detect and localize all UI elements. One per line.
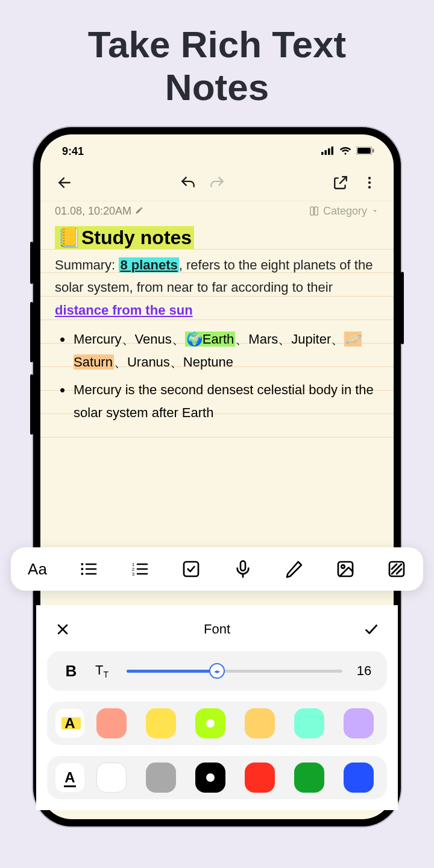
highlight-swatch[interactable] <box>344 708 374 738</box>
svg-rect-5 <box>357 148 371 154</box>
highlight-swatch[interactable] <box>146 708 176 738</box>
svg-line-34 <box>397 569 401 574</box>
highlight-swatch[interactable] <box>96 708 127 738</box>
text-color-swatch[interactable] <box>245 763 275 793</box>
text-color-swatch[interactable] <box>96 763 127 793</box>
note-summary[interactable]: Summary: 8 planets, refers to the eight … <box>55 254 379 322</box>
svg-line-32 <box>392 564 401 574</box>
note-title[interactable]: 📒Study notes <box>55 226 194 249</box>
font-size-slider[interactable]: ◂▸ <box>127 664 342 678</box>
background-tool[interactable] <box>383 556 410 582</box>
more-button[interactable] <box>357 171 382 195</box>
wifi-icon <box>339 146 351 157</box>
svg-rect-2 <box>328 148 330 155</box>
status-bar: 9:41 <box>40 134 394 165</box>
redo-button[interactable] <box>205 171 229 195</box>
text-color-swatch[interactable] <box>344 763 374 793</box>
svg-line-8 <box>340 177 347 183</box>
note-meta: 01.08, 10:20AM Category <box>40 201 394 222</box>
note-link[interactable]: distance from the sun <box>55 303 193 318</box>
text-color-swatch[interactable] <box>294 763 324 793</box>
note-editor[interactable]: 📒Study notes Summary: 8 planets, refers … <box>40 222 394 441</box>
bullet-list-tool[interactable] <box>75 556 102 582</box>
highlight-swatch[interactable] <box>245 708 275 738</box>
status-time: 9:41 <box>62 145 84 158</box>
svg-line-33 <box>392 564 397 569</box>
svg-point-18 <box>81 573 83 575</box>
editor-toolbar: Aa 123 <box>11 547 423 591</box>
svg-rect-12 <box>310 207 313 215</box>
close-button[interactable] <box>52 618 74 640</box>
svg-rect-6 <box>373 149 374 153</box>
confirm-button[interactable] <box>360 618 382 640</box>
svg-point-9 <box>368 177 371 179</box>
svg-rect-3 <box>332 146 334 155</box>
share-button[interactable] <box>329 171 353 195</box>
list-item[interactable]: Mercury is the second densest celestial … <box>57 379 379 424</box>
highlight-color-row: A <box>47 702 387 745</box>
voice-tool[interactable] <box>230 556 256 582</box>
svg-text:3: 3 <box>132 571 135 577</box>
panel-title: Font <box>204 621 230 637</box>
highlighted-text: 8 planets <box>119 257 178 272</box>
svg-point-14 <box>81 563 83 565</box>
list-item[interactable]: Mercury、Venus、🌍Earth、Mars、Jupiter、🪐Satur… <box>57 328 379 374</box>
highlight-swatch[interactable] <box>294 708 324 738</box>
category-selector[interactable]: Category <box>309 205 379 218</box>
font-tool[interactable]: Aa <box>24 556 51 582</box>
bullet-list[interactable]: Mercury、Venus、🌍Earth、Mars、Jupiter、🪐Satur… <box>55 328 379 424</box>
svg-point-16 <box>81 568 83 570</box>
battery-icon <box>356 146 374 157</box>
app-toolbar <box>40 165 394 201</box>
svg-point-11 <box>368 186 371 188</box>
note-timestamp: 01.08, 10:20AM <box>55 205 131 218</box>
back-button[interactable] <box>52 171 77 195</box>
bold-button[interactable]: B <box>58 662 84 681</box>
text-color-row: A <box>47 756 387 799</box>
hero-title: Take Rich TextNotes <box>0 0 434 127</box>
highlight-swatch[interactable] <box>195 708 225 738</box>
text-color-swatch[interactable] <box>195 763 225 793</box>
image-tool[interactable] <box>332 556 359 582</box>
svg-rect-13 <box>315 207 318 215</box>
text-color-swatch[interactable] <box>146 763 176 793</box>
svg-rect-0 <box>321 152 324 155</box>
font-panel: Font B TT ◂▸ 16 A A <box>36 605 398 810</box>
svg-point-30 <box>341 565 344 568</box>
text-size-icon[interactable]: TT <box>87 662 117 679</box>
checkbox-tool[interactable] <box>178 556 204 582</box>
edit-timestamp-icon[interactable] <box>135 205 143 218</box>
numbered-list-tool[interactable]: 123 <box>127 556 153 582</box>
svg-point-10 <box>368 181 371 183</box>
svg-rect-27 <box>241 561 245 571</box>
draw-tool[interactable] <box>281 556 307 582</box>
undo-button[interactable] <box>176 171 200 195</box>
font-size-value: 16 <box>352 663 376 679</box>
highlight-mode-icon[interactable]: A <box>55 709 84 738</box>
svg-rect-1 <box>325 150 327 155</box>
svg-rect-26 <box>184 562 198 576</box>
signal-icon <box>321 146 335 157</box>
font-size-row: B TT ◂▸ 16 <box>47 651 387 691</box>
text-color-mode-icon[interactable]: A <box>55 763 84 792</box>
